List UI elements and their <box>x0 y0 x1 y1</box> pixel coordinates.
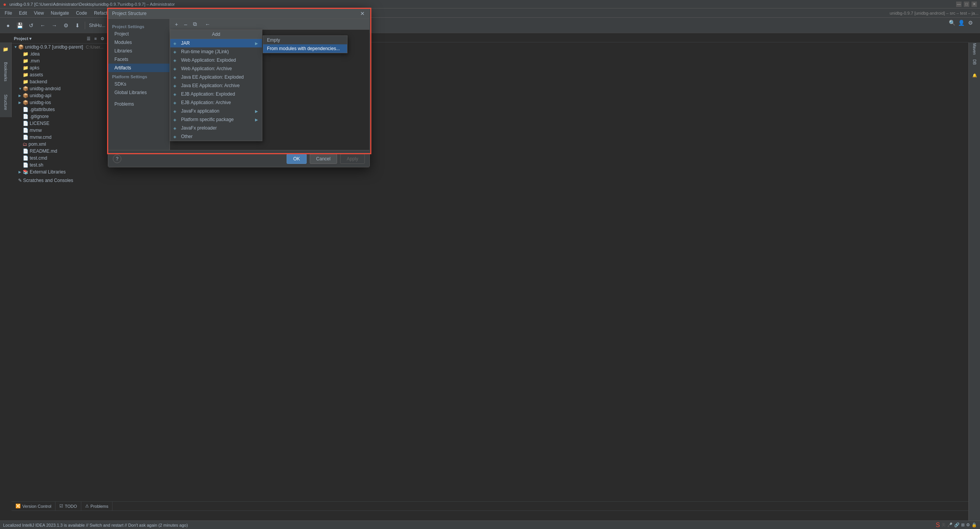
dropdown-item-javafx-app[interactable]: ◈ JavaFx application ▶ <box>170 107 262 115</box>
dialog-help-button[interactable]: ? <box>113 155 121 163</box>
dialog-nav-sdks[interactable]: SDKs <box>108 80 169 88</box>
dropdown-item-ejb-exploded[interactable]: ◈ EJB Application: Exploded <box>170 90 262 98</box>
file-tree-ctrl-2[interactable]: ≡ <box>92 35 99 42</box>
file-icon-gitattr: 📄 <box>23 107 29 112</box>
dialog-close-button[interactable]: ✕ <box>359 10 366 17</box>
tab-todo[interactable]: ☑ TODO <box>55 502 81 510</box>
tree-item-gitignore[interactable]: 📄 .gitignore <box>12 113 108 120</box>
tree-label-backend: backend <box>30 79 47 84</box>
file-tree-controls: ☰ ≡ ⚙ <box>86 35 106 42</box>
tab-problems[interactable]: ⚠ Problems <box>81 502 112 510</box>
tree-item-testcmd[interactable]: 📄 test.cmd <box>12 155 108 162</box>
dropdown-item-javaee-archive[interactable]: ◈ Java EE Application: Archive <box>170 81 262 90</box>
tree-label-android: unidbg-android <box>30 86 60 91</box>
right-panel-database-icon[interactable]: DB <box>970 57 980 67</box>
close-button[interactable]: ✕ <box>972 2 977 7</box>
toolbar-forward-btn[interactable]: → <box>49 20 59 30</box>
toolbar-account-btn[interactable]: 👤 <box>956 18 966 28</box>
toolbar-save-btn[interactable]: 💾 <box>15 20 25 30</box>
dropdown-item-jar[interactable]: ◈ JAR ▶ <box>170 39 262 47</box>
toolbar-settings-btn[interactable]: ⚙ <box>965 18 975 28</box>
left-panel: 📁 Bookmarks Structure <box>0 42 12 117</box>
file-tree-ctrl-3[interactable]: ⚙ <box>99 35 106 42</box>
toolbar-run-btn[interactable]: ⚙ <box>61 20 71 30</box>
left-panel-project-icon[interactable]: 📁 <box>0 44 11 55</box>
dropdown-item-javaee-exploded[interactable]: ◈ Java EE Application: Exploded <box>170 73 262 81</box>
tree-label-license: LICENSE <box>30 121 49 126</box>
tree-item-readmemd[interactable]: 📄 README.md <box>12 148 108 155</box>
tree-item-external[interactable]: ▶ 📚 External Libraries <box>12 168 108 175</box>
dropdown-item-javafx-preloader[interactable]: ◈ JavaFx preloader <box>170 124 262 132</box>
toolbar-update-btn[interactable]: ⬇ <box>72 20 82 30</box>
tree-item-mvn[interactable]: 📁 .mvn <box>12 57 108 64</box>
dropdown-item-web-exploded[interactable]: ◈ Web Application: Exploded <box>170 56 262 64</box>
javafx-app-icon: ◈ <box>173 109 176 113</box>
file-tree: Project ▾ ☰ ≡ ⚙ ▼ 📦 unidbg-0.9.7 [unidbg… <box>12 34 108 490</box>
dialog-nav-problems[interactable]: Problems <box>108 100 169 108</box>
expand-arrow-root: ▼ <box>14 45 17 49</box>
menu-edit[interactable]: Edit <box>16 10 30 17</box>
status-text: Localized IntelliJ IDEA 2023.1.3 is avai… <box>3 523 936 527</box>
tree-item-unidbg-ios[interactable]: ▶ 📦 unidbg-ios <box>12 99 108 106</box>
tree-item-scratches[interactable]: ✎ Scratches and Consoles <box>12 177 108 184</box>
dialog-nav-libraries[interactable]: Libraries <box>108 47 169 55</box>
sub-dropdown-from-modules[interactable]: From modules with dependencies... <box>263 44 347 53</box>
dialog-apply-button[interactable]: Apply <box>340 154 365 164</box>
toolbar-back-btn[interactable]: ← <box>38 20 48 30</box>
maximize-button[interactable]: □ <box>964 2 969 7</box>
folder-icon-backend: 📁 <box>23 79 29 84</box>
other-icon: ◈ <box>173 135 176 139</box>
dropdown-item-ejb-archive[interactable]: ◈ EJB Application: Archive <box>170 98 262 107</box>
dialog-nav-global-libraries[interactable]: Global Libraries <box>108 88 169 97</box>
dropdown-item-platform-pkg[interactable]: ◈ Platform specific package ▶ <box>170 115 262 124</box>
tree-item-root[interactable]: ▼ 📦 unidbg-0.9.7 [unidbg-parent] C:\User… <box>12 44 108 51</box>
dialog-ok-button[interactable]: OK <box>287 154 306 164</box>
dialog-nav-project[interactable]: Project <box>108 30 169 38</box>
tree-item-backend[interactable]: 📁 backend <box>12 78 108 85</box>
folder-icon-idea: 📁 <box>23 51 29 57</box>
tree-item-idea[interactable]: 📁 .idea <box>12 51 108 57</box>
tree-item-apks[interactable]: 📁 apks <box>12 64 108 71</box>
file-tree-ctrl-1[interactable]: ☰ <box>86 35 92 42</box>
tree-item-mvnw[interactable]: 📄 mvnw <box>12 127 108 134</box>
menu-code[interactable]: Code <box>73 10 90 17</box>
dialog-add-button[interactable]: + <box>172 20 181 29</box>
status-bar: Localized IntelliJ IDEA 2023.1.3 is avai… <box>0 521 980 529</box>
toolbar-sync-btn[interactable]: ↺ <box>26 20 36 30</box>
tree-label-ios: unidbg-ios <box>30 100 51 105</box>
systray: S 美 🎤 🔗 ⊞ ⚙ 🔒 <box>936 522 977 529</box>
tree-item-gitattributes[interactable]: 📄 .gitattributes <box>12 106 108 113</box>
dialog-nav-modules[interactable]: Modules <box>108 38 169 47</box>
dialog-nav-artifacts[interactable]: Artifacts <box>108 64 169 72</box>
dialog-back-button[interactable]: ← <box>204 20 211 28</box>
tree-item-testsh[interactable]: 📄 test.sh <box>12 162 108 168</box>
dialog-cancel-button[interactable]: Cancel <box>310 154 337 164</box>
right-panel-notifications-icon[interactable]: 🔔 <box>970 70 980 80</box>
tree-item-unidbg-api[interactable]: ▶ 📦 unidbg-api <box>12 92 108 99</box>
tree-label-testsh: test.sh <box>30 162 43 168</box>
folder-icon-root: 📦 <box>18 44 24 50</box>
toolbar-open-recent-btn[interactable]: ● <box>3 20 13 30</box>
tree-item-mvnwcmd[interactable]: 📄 mvnw.cmd <box>12 134 108 141</box>
dialog-remove-button[interactable]: – <box>181 20 190 29</box>
tree-item-pomxml[interactable]: 🗂 pom.xml <box>12 141 108 148</box>
tree-item-assets[interactable]: 📁 assets <box>12 71 108 78</box>
menu-navigate[interactable]: Navigate <box>48 10 72 17</box>
dropdown-item-other[interactable]: ◈ Other <box>170 132 262 141</box>
dialog-copy-button[interactable]: ⧉ <box>191 20 199 29</box>
left-panel-bookmarks-icon[interactable]: Bookmarks <box>0 56 11 87</box>
toolbar-search-btn[interactable]: 🔍 <box>947 18 957 28</box>
tab-version-control[interactable]: 🔀 Version Control <box>12 502 55 510</box>
minimize-button[interactable]: — <box>956 2 962 7</box>
tree-item-unidbg-android[interactable]: ▼ 📦 unidbg-android <box>12 85 108 92</box>
dropdown-item-web-archive[interactable]: ◈ Web Application: Archive <box>170 64 262 73</box>
tree-item-license[interactable]: 📄 LICENSE <box>12 120 108 127</box>
sub-dropdown-empty[interactable]: Empty <box>263 36 347 44</box>
menu-view[interactable]: View <box>31 10 47 17</box>
dialog-nav-facets[interactable]: Facets <box>108 55 169 64</box>
left-panel-structure-icon[interactable]: Structure <box>0 89 11 116</box>
tree-label-root: unidbg-0.9.7 [unidbg-parent] <box>25 44 83 50</box>
right-panel-maven-icon[interactable]: Maven <box>970 44 980 54</box>
menu-file[interactable]: File <box>2 10 15 17</box>
dropdown-item-runtime[interactable]: ◈ Run-time image (JLink) <box>170 47 262 56</box>
